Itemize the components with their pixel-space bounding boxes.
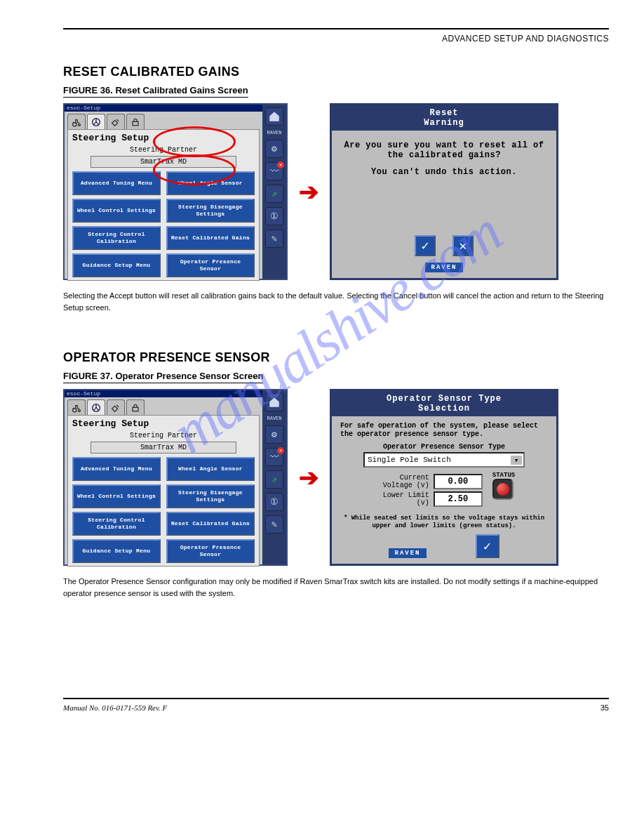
dialog-intro: For safe operation of the system, please… (340, 422, 548, 439)
steering-partner-label: Steering Partner (72, 432, 255, 439)
edit-icon[interactable]: ✎ (265, 515, 283, 534)
status-label: STATUS (492, 472, 515, 479)
wheel-angle-sensor-button[interactable]: Wheel Angle Sensor (166, 457, 255, 481)
lower-limit-value[interactable]: 2.50 (434, 491, 483, 507)
accept-button[interactable]: ✓ (476, 534, 499, 558)
section-note: The Operator Presence Sensor configurati… (63, 576, 609, 600)
cancel-button[interactable]: ✕ (452, 235, 474, 256)
arrow-right-icon: ➔ (299, 180, 318, 204)
steering-control-calibration-button[interactable]: Steering Control Calibration (72, 512, 161, 536)
wheel-angle-sensor-button[interactable]: Wheel Angle Sensor (166, 171, 255, 195)
window-titlebar: esoc-Setup (65, 390, 262, 397)
svg-rect-4 (133, 121, 138, 125)
steering-control-calibration-button[interactable]: Steering Control Calibration (72, 226, 161, 250)
footer-manual-no: Manual No. 016-0171-559 Rev. F (63, 703, 167, 712)
svg-point-3 (95, 121, 98, 123)
gear-icon[interactable]: ⚙ (265, 425, 283, 444)
reset-calibrated-gains-button[interactable]: Reset Calibrated Gains (166, 226, 255, 250)
svg-point-6 (79, 409, 81, 411)
reset-warning-dialog: Reset Warning Are you sure you want to r… (330, 103, 558, 280)
chart-up-icon[interactable]: ⇗ (265, 470, 283, 489)
page-title: Steering Setup (72, 418, 255, 429)
reset-calibrated-gains-button[interactable]: Reset Calibrated Gains (166, 512, 255, 536)
accept-button[interactable]: ✓ (415, 235, 436, 256)
status-led-icon (497, 483, 509, 496)
dialog-title: Reset Warning (332, 105, 556, 131)
home-icon[interactable] (265, 393, 283, 411)
svg-point-5 (73, 408, 76, 411)
page-one-icon[interactable]: ① (265, 207, 283, 225)
tab-bar (65, 112, 262, 129)
brand-label: RAVEN (267, 416, 281, 421)
svg-point-1 (79, 124, 81, 126)
current-voltage-value: 0.00 (434, 474, 483, 489)
section-note: Selecting the Accept button will reset a… (63, 290, 609, 314)
tab-steering[interactable] (87, 399, 105, 415)
page-one-icon[interactable]: ① (265, 493, 283, 511)
operator-presence-sensor-button[interactable]: Operator Presence Sensor (166, 253, 255, 277)
wheel-control-settings-button[interactable]: Wheel Control Settings (72, 484, 161, 508)
status-indicator (492, 479, 514, 500)
edit-icon[interactable]: ✎ (265, 230, 283, 248)
figure-caption: FIGURE 37. Operator Presence Sensor Scre… (63, 371, 263, 383)
tab-tractor[interactable] (67, 114, 86, 129)
section-title: OPERATOR PRESENCE SENSOR (63, 350, 609, 365)
footer-page-no: 35 (601, 703, 609, 712)
tab-lock[interactable] (126, 399, 145, 415)
brand-label: RAVEN (267, 130, 281, 135)
advanced-tuning-button[interactable]: Advanced Tuning Menu (72, 457, 161, 481)
current-voltage-label: Current Voltage (v) (373, 474, 429, 489)
diagnostics-icon[interactable]: 〰✕ (265, 448, 283, 466)
steering-disengage-button[interactable]: Steering Disengage Settings (166, 484, 255, 508)
guidance-setup-button[interactable]: Guidance Setup Menu (72, 539, 161, 563)
setup-button-grid: Advanced Tuning Menu Wheel Angle Sensor … (72, 457, 255, 563)
tab-tractor[interactable] (67, 399, 86, 415)
tab-lock[interactable] (126, 114, 145, 129)
screenshot-steering-setup: esoc-Setup Steering Setup Steering Partn… (63, 389, 288, 566)
diagnostics-icon[interactable]: 〰✕ (265, 162, 283, 180)
setup-button-grid: Advanced Tuning Menu Wheel Angle Sensor … (72, 171, 255, 277)
section-title: RESET CALIBRATED GAINS (63, 65, 609, 79)
brand-badge: RAVEN (425, 263, 462, 272)
wheel-control-settings-button[interactable]: Wheel Control Settings (72, 199, 161, 223)
dialog-hint: * While seated set limits so the voltage… (340, 515, 548, 530)
page-title: Steering Setup (72, 133, 255, 143)
figure-caption: FIGURE 36. Reset Calibrated Gains Screen (63, 85, 248, 98)
sensor-type-label: Operator Presence Sensor Type (340, 443, 548, 451)
tab-steering[interactable] (87, 114, 105, 129)
screenshot-steering-setup: esoc-Setup Steering Setup Steering Partn… (63, 103, 288, 280)
operator-sensor-dialog: Operator Sensor Type Selection For safe … (330, 389, 558, 566)
home-icon[interactable] (265, 107, 283, 126)
steering-disengage-button[interactable]: Steering Disengage Settings (166, 199, 255, 223)
svg-point-0 (73, 122, 76, 126)
steering-partner-value: SmarTrax MD (90, 156, 236, 168)
arrow-right-icon: ➔ (299, 465, 318, 489)
window-titlebar: esoc-Setup (65, 105, 262, 112)
breadcrumb: ADVANCED SETUP AND DIAGNOSTICS (63, 34, 609, 44)
svg-rect-9 (133, 407, 138, 411)
steering-partner-label: Steering Partner (72, 146, 255, 154)
tab-satellite[interactable] (107, 114, 125, 129)
dialog-title: Operator Sensor Type Selection (332, 391, 556, 416)
advanced-tuning-button[interactable]: Advanced Tuning Menu (72, 171, 161, 195)
svg-point-8 (95, 406, 98, 409)
dialog-message-1: Are you sure you want to reset all of th… (342, 140, 546, 160)
gear-icon[interactable]: ⚙ (265, 140, 283, 158)
dialog-message-2: You can't undo this action. (342, 167, 546, 177)
right-sidebar: RAVEN ⚙ 〰✕ ⇗ ① ✎ (262, 105, 286, 279)
tab-bar (65, 397, 262, 415)
guidance-setup-button[interactable]: Guidance Setup Menu (72, 253, 161, 277)
sensor-type-select[interactable]: Single Pole Switch (363, 452, 525, 468)
operator-presence-sensor-button[interactable]: Operator Presence Sensor (166, 539, 255, 563)
steering-partner-value: SmarTrax MD (90, 442, 236, 454)
tab-satellite[interactable] (107, 399, 125, 415)
chart-up-icon[interactable]: ⇗ (265, 185, 283, 203)
right-sidebar: RAVEN ⚙ 〰✕ ⇗ ① ✎ (262, 390, 286, 564)
brand-badge: RAVEN (389, 548, 426, 558)
lower-limit-label: Lower Limit (v) (373, 491, 429, 507)
